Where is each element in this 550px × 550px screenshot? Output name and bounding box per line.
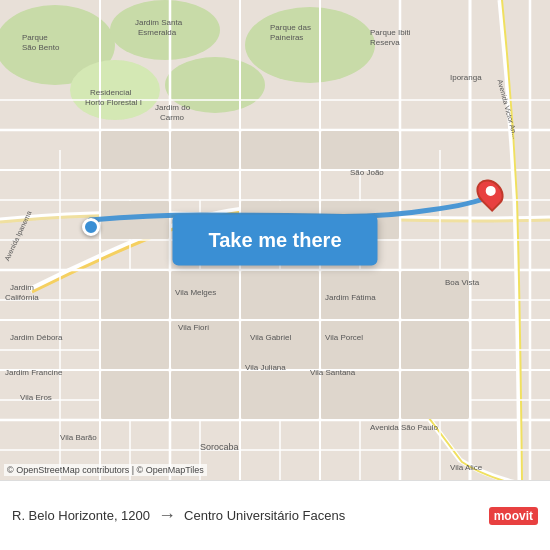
svg-text:Paineiras: Paineiras <box>270 33 303 42</box>
moovit-brand-text: moovit <box>489 507 538 525</box>
take-me-there-button[interactable]: Take me there <box>172 215 377 266</box>
origin-marker <box>82 218 100 236</box>
svg-point-3 <box>245 7 375 83</box>
svg-rect-34 <box>171 131 239 169</box>
svg-text:Vila Gabriel: Vila Gabriel <box>250 333 291 342</box>
svg-text:Parque das: Parque das <box>270 23 311 32</box>
map-container[interactable]: Parque São Bento Jardim Santa Esmeralda … <box>0 0 550 480</box>
svg-rect-51 <box>241 371 319 419</box>
svg-text:Parque Ibiti: Parque Ibiti <box>370 28 411 37</box>
svg-rect-53 <box>401 371 469 419</box>
svg-text:Jardim do: Jardim do <box>155 103 191 112</box>
svg-text:São João: São João <box>350 168 384 177</box>
origin-label: R. Belo Horizonte, 1200 <box>12 508 150 523</box>
svg-rect-49 <box>101 371 169 419</box>
bottom-bar: R. Belo Horizonte, 1200 → Centro Univers… <box>0 480 550 550</box>
svg-rect-41 <box>241 271 319 319</box>
arrow-icon: → <box>158 505 176 526</box>
svg-rect-50 <box>171 371 239 419</box>
svg-text:Boa Vista: Boa Vista <box>445 278 480 287</box>
svg-text:Jardim Santa: Jardim Santa <box>135 18 183 27</box>
svg-text:Sorocaba: Sorocaba <box>200 442 239 452</box>
route-info: R. Belo Horizonte, 1200 → Centro Univers… <box>12 505 489 526</box>
svg-rect-46 <box>321 321 399 369</box>
svg-text:Vila Eros: Vila Eros <box>20 393 52 402</box>
svg-rect-48 <box>401 321 469 369</box>
svg-text:São Bento: São Bento <box>22 43 60 52</box>
svg-text:Vila Porcel: Vila Porcel <box>325 333 363 342</box>
svg-text:Residencial: Residencial <box>90 88 132 97</box>
svg-text:Jardim: Jardim <box>10 283 34 292</box>
svg-rect-43 <box>101 321 169 369</box>
svg-rect-37 <box>321 131 399 169</box>
destination-marker <box>478 178 502 208</box>
destination-label: Centro Universitário Facens <box>184 508 345 523</box>
svg-rect-45 <box>241 321 319 369</box>
svg-text:Horto Florestal I: Horto Florestal I <box>85 98 142 107</box>
svg-rect-32 <box>101 131 169 169</box>
svg-text:Parque: Parque <box>22 33 48 42</box>
svg-text:Vila Melges: Vila Melges <box>175 288 216 297</box>
svg-text:Vila Barão: Vila Barão <box>60 433 97 442</box>
svg-text:Jardim Débora: Jardim Débora <box>10 333 63 342</box>
svg-text:Avenida São Paulo: Avenida São Paulo <box>370 423 438 432</box>
svg-text:Vila Alice: Vila Alice <box>450 463 483 472</box>
svg-text:Reserva: Reserva <box>370 38 400 47</box>
svg-text:Esmeralda: Esmeralda <box>138 28 177 37</box>
svg-rect-35 <box>241 131 319 169</box>
svg-text:Carmo: Carmo <box>160 113 185 122</box>
svg-text:Jardim Fátima: Jardim Fátima <box>325 293 376 302</box>
svg-text:Iporanga: Iporanga <box>450 73 482 82</box>
osm-attribution: © OpenStreetMap contributors | © OpenMap… <box>4 464 207 476</box>
svg-text:Vila Juliana: Vila Juliana <box>245 363 286 372</box>
svg-text:Jardim Francine: Jardim Francine <box>5 368 63 377</box>
moovit-logo: moovit <box>489 507 538 525</box>
svg-text:Califórnia: Califórnia <box>5 293 39 302</box>
svg-rect-39 <box>101 271 169 319</box>
svg-text:Vila Fiori: Vila Fiori <box>178 323 209 332</box>
svg-text:Vila Santana: Vila Santana <box>310 368 356 377</box>
svg-rect-52 <box>321 371 399 419</box>
